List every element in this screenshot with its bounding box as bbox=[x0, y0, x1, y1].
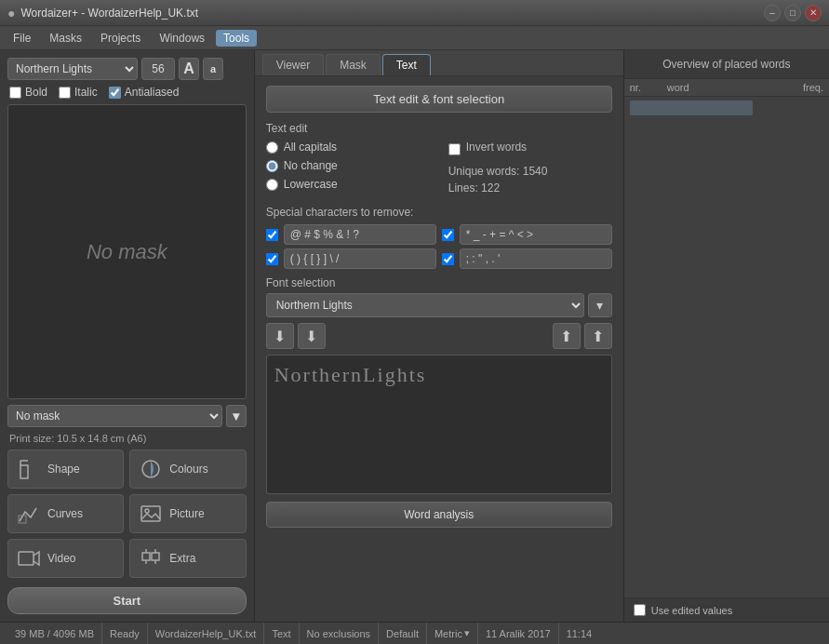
mask-select-arrow[interactable]: ▾ bbox=[226, 405, 247, 427]
maximize-button[interactable]: □ bbox=[784, 5, 801, 21]
menu-projects[interactable]: Projects bbox=[93, 30, 148, 47]
special-field-2-left[interactable] bbox=[284, 248, 436, 269]
tool-video[interactable]: Video bbox=[7, 539, 124, 578]
units-dropdown-icon[interactable]: ▾ bbox=[464, 627, 470, 639]
tool-extra[interactable]: Extra bbox=[129, 539, 246, 578]
extra-icon bbox=[138, 545, 164, 571]
text-edit-radio-group: All capitals No change Lowercase bbox=[266, 141, 430, 191]
tool-extra-label: Extra bbox=[169, 552, 195, 565]
antialiased-checkbox[interactable] bbox=[109, 87, 121, 99]
ready-text: Ready bbox=[110, 628, 140, 639]
use-edited-checkbox[interactable] bbox=[634, 604, 646, 616]
time-text: 11:14 bbox=[567, 628, 593, 639]
menu-tools[interactable]: Tools bbox=[216, 30, 257, 47]
arrows-right: ⬆ ⬆ bbox=[553, 323, 612, 349]
use-edited-label: Use edited values bbox=[651, 605, 732, 616]
font-selection-label: Font selection bbox=[266, 276, 612, 289]
special-chars-label: Special characters to remove: bbox=[266, 206, 612, 219]
menu-bar: File Masks Projects Windows Tools bbox=[0, 26, 829, 50]
bold-option[interactable]: Bold bbox=[9, 86, 47, 99]
mask-preview: No mask bbox=[7, 104, 247, 399]
arrow-up-2[interactable]: ⬆ bbox=[584, 323, 612, 349]
lines-info: Lines: 122 bbox=[448, 181, 612, 195]
special-field-1-left[interactable] bbox=[284, 224, 436, 245]
text-edit-info-col: Invert words Unique words: 1540 Lines: 1… bbox=[448, 141, 612, 198]
curves-icon bbox=[16, 501, 42, 527]
svg-rect-0 bbox=[20, 465, 28, 478]
left-panel: Northern Lights A a Bold Italic Antialia… bbox=[0, 50, 255, 622]
menu-masks[interactable]: Masks bbox=[42, 30, 89, 47]
radio-no-change[interactable]: No change bbox=[266, 159, 430, 172]
special-check-2-left[interactable] bbox=[266, 253, 278, 265]
use-edited-row: Use edited values bbox=[624, 597, 829, 622]
font-preview-text: NorthernLights bbox=[274, 363, 427, 387]
special-row-1 bbox=[266, 224, 612, 245]
font-size-large-btn[interactable]: A bbox=[179, 58, 199, 80]
tab-viewer[interactable]: Viewer bbox=[262, 54, 324, 75]
font-select[interactable]: Northern Lights bbox=[7, 58, 138, 80]
font-row: Northern Lights A a bbox=[7, 58, 247, 80]
mask-select[interactable]: No mask bbox=[7, 405, 222, 427]
italic-checkbox[interactable] bbox=[59, 87, 71, 99]
font-size-small-btn[interactable]: a bbox=[203, 58, 223, 80]
invert-words-checkbox[interactable] bbox=[448, 143, 461, 155]
radio-all-capitals[interactable]: All capitals bbox=[266, 141, 430, 154]
tool-curves[interactable]: Curves bbox=[7, 494, 124, 533]
close-button[interactable]: ✕ bbox=[805, 5, 822, 21]
special-field-2-right[interactable] bbox=[460, 248, 612, 269]
word-analysis-button[interactable]: Word analysis bbox=[266, 502, 612, 528]
tab-text[interactable]: Text bbox=[382, 54, 431, 75]
tool-picture[interactable]: Picture bbox=[129, 494, 246, 533]
filename-text: WordaizerHelp_UK.txt bbox=[155, 628, 257, 639]
picture-icon bbox=[138, 501, 164, 527]
start-button[interactable]: Start bbox=[7, 587, 247, 614]
special-check-1-right[interactable] bbox=[442, 229, 454, 241]
bold-checkbox[interactable] bbox=[9, 87, 21, 99]
italic-option[interactable]: Italic bbox=[59, 86, 98, 99]
invert-words-label: Invert words bbox=[466, 141, 527, 154]
tool-shape[interactable]: Shape bbox=[7, 449, 124, 489]
colours-icon bbox=[138, 456, 164, 482]
svg-point-6 bbox=[145, 509, 149, 513]
arrow-down-1[interactable]: ⬇ bbox=[266, 323, 294, 349]
antialiased-label: Antialiased bbox=[125, 86, 180, 99]
radio-lowercase[interactable]: Lowercase bbox=[266, 178, 430, 191]
units-text: Metric bbox=[435, 628, 462, 639]
special-row-2 bbox=[266, 248, 612, 269]
arrow-down-2[interactable]: ⬇ bbox=[298, 323, 326, 349]
font-preview: NorthernLights bbox=[266, 355, 612, 494]
menu-windows[interactable]: Windows bbox=[152, 30, 212, 47]
status-ready: Ready bbox=[102, 623, 148, 644]
center-panel: Viewer Mask Text Text edit & font select… bbox=[255, 50, 624, 622]
special-check-1-left[interactable] bbox=[266, 229, 278, 241]
tool-colours[interactable]: Colours bbox=[129, 449, 246, 489]
antialiased-option[interactable]: Antialiased bbox=[109, 86, 180, 99]
minimize-button[interactable]: – bbox=[764, 5, 781, 21]
window-title: Wordaizer+ - WordaizerHelp_UK.txt bbox=[20, 7, 198, 20]
status-filename: WordaizerHelp_UK.txt bbox=[148, 623, 265, 644]
date-text: 11 Aralik 2017 bbox=[486, 628, 551, 639]
text-edit-font-header: Text edit & font selection bbox=[266, 86, 612, 113]
unique-words-info: Unique words: 1540 bbox=[448, 165, 612, 178]
print-size: Print size: 10.5 x 14.8 cm (A6) bbox=[7, 433, 247, 444]
status-exclusions: No exclusions bbox=[300, 623, 379, 644]
font-arrows-row: ⬇ ⬇ ⬆ ⬆ bbox=[266, 323, 612, 349]
menu-file[interactable]: File bbox=[6, 30, 38, 47]
special-check-2-right[interactable] bbox=[442, 253, 454, 265]
svg-rect-7 bbox=[19, 552, 33, 565]
special-chars-area bbox=[266, 224, 612, 269]
tools-grid: Shape Colours Curves bbox=[7, 449, 247, 578]
special-field-1-right[interactable] bbox=[460, 224, 612, 245]
col-word: word bbox=[667, 82, 803, 93]
bold-label: Bold bbox=[25, 86, 47, 99]
arrow-up-1[interactable]: ⬆ bbox=[553, 323, 581, 349]
font-big-select[interactable]: Northern Lights bbox=[266, 293, 584, 317]
overview-columns: nr. word freq. bbox=[624, 79, 829, 97]
memory-text: 39 MB / 4096 MB bbox=[15, 628, 94, 639]
font-size-input[interactable] bbox=[141, 58, 175, 80]
lowercase-label: Lowercase bbox=[284, 178, 338, 191]
status-time: 11:14 bbox=[559, 623, 600, 644]
svg-rect-8 bbox=[142, 553, 150, 560]
font-dropdown-btn[interactable]: ▾ bbox=[588, 293, 612, 317]
tab-mask[interactable]: Mask bbox=[326, 54, 381, 75]
